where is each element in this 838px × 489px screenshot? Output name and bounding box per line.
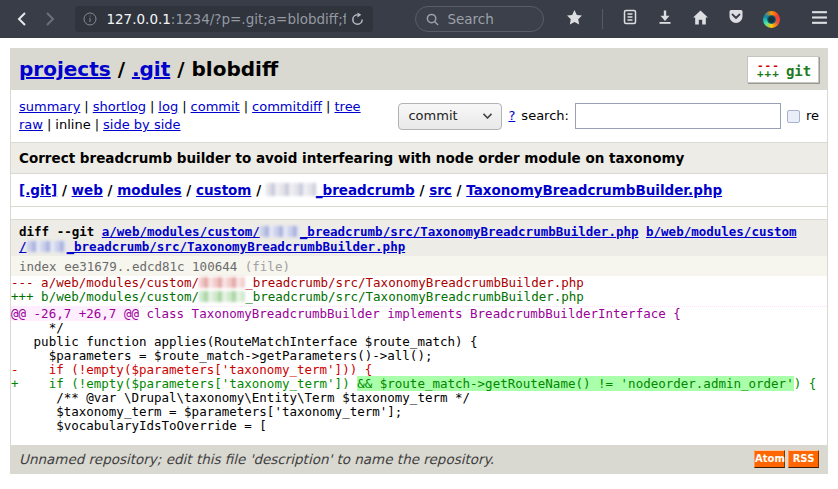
search-help-link[interactable]: ? — [508, 107, 515, 125]
nav-commitdiff[interactable]: commitdiff — [252, 99, 322, 114]
pipe: | — [84, 99, 88, 114]
home-icon[interactable] — [692, 9, 709, 30]
redacted-text — [266, 183, 316, 196]
breadcrumb-sep: / — [57, 182, 71, 198]
chunk-context: class TaxonomyBreadcrumbBuilder implemen… — [139, 306, 681, 321]
header-separator: / — [111, 57, 132, 81]
diff-context-line: */ — [11, 321, 827, 335]
page-header: projects / .git / blobdiff --- +++ git — [11, 49, 827, 90]
pocket-icon[interactable] — [728, 9, 744, 29]
page-action: blobdiff — [191, 57, 278, 81]
breadcrumb-file[interactable]: TaxonomyBreadcrumbBuilder.php — [466, 182, 722, 198]
browser-search-bar[interactable]: Search — [415, 6, 544, 32]
diff-index-line: index ee31679..edcd81c 100644 (file) — [11, 256, 827, 276]
chunk-range[interactable]: @@ -26,7 +26,7 @@ — [11, 306, 139, 321]
pipe: | — [182, 99, 186, 114]
diff-context-line: $vocabularyIdsToOverride = [ — [11, 419, 827, 433]
header-separator-2: / — [170, 57, 191, 81]
commit-title-link[interactable]: Correct breadcrumb builder to avoid inte… — [11, 142, 827, 174]
diff-added-highlight: && $route_match->getRouteName() != 'node… — [357, 376, 794, 391]
library-icon[interactable] — [622, 9, 638, 29]
reload-icon[interactable] — [350, 12, 365, 27]
diff-prefix: diff --git — [19, 224, 102, 239]
site-info-icon[interactable] — [83, 12, 97, 26]
search-type-value: commit — [408, 107, 457, 125]
breadcrumb-web[interactable]: web — [72, 182, 103, 198]
breadcrumb-sep: / — [452, 182, 466, 198]
breadcrumb-sep: / — [182, 182, 196, 198]
breadcrumb-sep: / — [103, 182, 117, 198]
regexp-checkbox[interactable] — [787, 110, 800, 123]
diff-from-file-line: --- a/web/modules/custom/_breadcrumb/src… — [11, 276, 827, 290]
breadcrumb-src[interactable]: src — [429, 182, 452, 198]
git-logo-text: git — [786, 63, 811, 79]
git-logo[interactable]: --- +++ git — [747, 56, 819, 83]
toolbar-divider — [602, 9, 603, 29]
search-label: search: — [521, 107, 569, 125]
pipe: | — [244, 99, 248, 114]
pipe: | — [326, 99, 330, 114]
nav-shortlog[interactable]: shortlog — [93, 99, 146, 114]
back-icon[interactable] — [10, 5, 36, 33]
browser-toolbar: 127.0.0.1:1234/?p=.git;a=blobdiff;f= Sea… — [0, 0, 838, 38]
redacted-text — [27, 241, 67, 252]
nav-row-formats: raw|inline|side by side — [19, 116, 361, 134]
nav-side-by-side[interactable]: side by side — [103, 117, 180, 132]
diff-to-file-line: +++ b/web/modules/custom/_breadcrumb/src… — [11, 290, 827, 304]
chevron-down-icon — [483, 113, 492, 119]
url-text: 127.0.0.1:1234/?p=.git;a=blobdiff;f= — [106, 11, 346, 27]
diff-file-b-link[interactable]: b/web/modules/custom — [646, 224, 797, 239]
url-bar[interactable]: 127.0.0.1:1234/?p=.git;a=blobdiff;f= — [75, 6, 373, 32]
diff-file-a-link[interactable]: a/web/modules/custom/_breadcrumb/src/Tax… — [102, 224, 639, 239]
redacted-text — [199, 277, 245, 288]
browser-search-placeholder: Search — [447, 11, 493, 27]
profile-avatar[interactable] — [763, 11, 780, 28]
diff-removed-line: - if (!empty($parameters['taxonomy_term'… — [11, 363, 827, 377]
projects-link[interactable]: projects — [19, 57, 111, 81]
pipe: | — [47, 117, 51, 132]
page-footer: Unnamed repository; edit this file 'desc… — [11, 445, 827, 473]
diff-context-line: /** @var \Drupal\taxonomy\Entity\Term $t… — [11, 391, 827, 405]
nav-current-view: inline — [55, 117, 90, 132]
breadcrumb-repo[interactable]: [.git] — [19, 182, 57, 198]
nav-log[interactable]: log — [158, 99, 178, 114]
nav-commit[interactable]: commit — [191, 99, 240, 114]
download-icon[interactable] — [657, 9, 673, 29]
redacted-text — [260, 226, 300, 237]
forward-icon[interactable] — [36, 5, 62, 33]
nav-raw[interactable]: raw — [19, 117, 43, 132]
git-logo-plus: +++ — [757, 70, 780, 78]
breadcrumb-sep: / — [415, 182, 429, 198]
search-icon — [426, 13, 439, 26]
rss-feed-button[interactable]: RSS — [788, 450, 819, 468]
diff-context-line: $parameters = $route_match->getParameter… — [11, 349, 827, 363]
nav-row-views: summary|shortlog|log|commit|commitdiff|t… — [19, 98, 361, 116]
page-nav: summary|shortlog|log|commit|commitdiff|t… — [11, 90, 827, 142]
breadcrumb-module[interactable]: _breadcrumb — [266, 182, 415, 198]
nav-tree[interactable]: tree — [334, 99, 360, 114]
breadcrumb: [.git] / web / modules / custom / _bread… — [11, 174, 827, 207]
diff-git-header: diff --git a/web/modules/custom/_breadcr… — [11, 219, 827, 256]
pipe: | — [150, 99, 154, 114]
breadcrumb-custom[interactable]: custom — [196, 182, 251, 198]
bookmark-star-icon[interactable] — [566, 9, 583, 30]
breadcrumb-sep: / — [251, 182, 265, 198]
diff-context-line: public function applies(RouteMatchInterf… — [11, 335, 827, 349]
diff-file-b-link-continued[interactable]: /_breadcrumb/src/TaxonomyBreadcrumbBuild… — [19, 239, 405, 254]
search-input[interactable] — [575, 103, 781, 129]
regexp-label: re — [806, 107, 819, 125]
pipe: | — [95, 117, 99, 132]
breadcrumb-modules[interactable]: modules — [117, 182, 181, 198]
diff-patch: diff --git a/web/modules/custom/_breadcr… — [11, 219, 827, 433]
nav-summary[interactable]: summary — [19, 99, 80, 114]
redacted-text — [199, 291, 245, 302]
diff-chunk-header[interactable]: @@ -26,7 +26,7 @@ class TaxonomyBreadcru… — [11, 306, 827, 321]
menu-icon[interactable] — [811, 10, 828, 29]
diff-context-line: $taxonomy_term = $parameters['taxonomy_t… — [11, 405, 827, 419]
diff-index-note: (file) — [245, 259, 290, 274]
diff-added-line: + if (!empty($parameters['taxonomy_term'… — [11, 377, 827, 391]
repo-link[interactable]: .git — [132, 57, 170, 81]
atom-feed-button[interactable]: Atom — [754, 450, 785, 468]
gitweb-page: projects / .git / blobdiff --- +++ git s… — [10, 48, 828, 474]
search-type-select[interactable]: commit — [398, 103, 502, 130]
